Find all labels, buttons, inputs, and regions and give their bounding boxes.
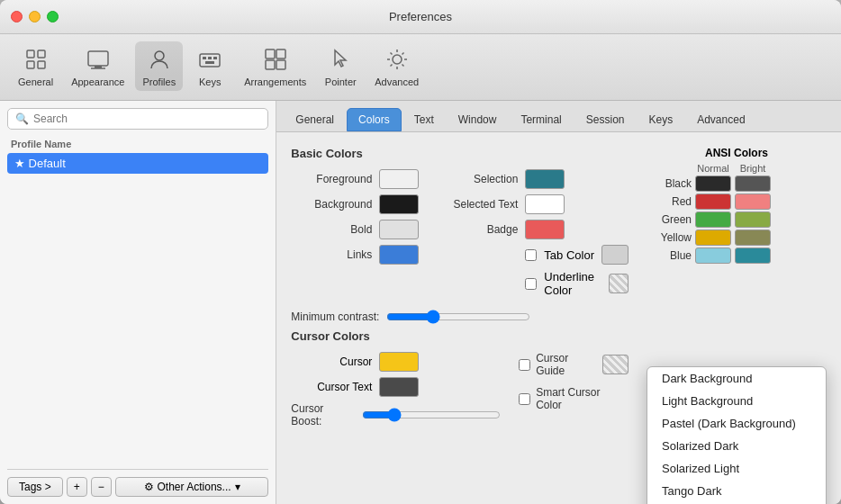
foreground-row: Foreground bbox=[291, 169, 419, 189]
underline-color-swatch[interactable] bbox=[609, 274, 628, 293]
cursor-boost-row: Cursor Boost: bbox=[291, 402, 501, 428]
general-label: General bbox=[18, 76, 53, 87]
ansi-red-row: Red bbox=[647, 194, 827, 210]
ansi-red-normal[interactable] bbox=[695, 194, 731, 210]
svg-rect-2 bbox=[27, 61, 34, 68]
dropdown-arrow-icon: ▾ bbox=[235, 481, 240, 493]
toolbar-pointer[interactable]: Pointer bbox=[317, 41, 364, 91]
svg-rect-8 bbox=[200, 54, 220, 67]
toolbar-profiles[interactable]: Profiles bbox=[135, 41, 183, 91]
tab-window[interactable]: Window bbox=[447, 108, 509, 131]
ansi-yellow-label: Yellow bbox=[647, 231, 692, 244]
keys-label: Keys bbox=[199, 76, 221, 87]
svg-rect-13 bbox=[266, 50, 275, 58]
preset-pastel-dark[interactable]: Pastel (Dark Background) bbox=[647, 412, 826, 435]
tab-colors[interactable]: Colors bbox=[347, 108, 402, 131]
ansi-green-row: Green bbox=[647, 212, 827, 228]
toolbar-appearance[interactable]: Appearance bbox=[64, 41, 131, 91]
ansi-title: ANSI Colors bbox=[647, 147, 827, 159]
cursor-text-swatch[interactable] bbox=[379, 377, 419, 397]
cursor-colors-title: Cursor Colors bbox=[291, 329, 628, 343]
badge-row: Badge bbox=[437, 220, 628, 239]
ansi-black-normal[interactable] bbox=[695, 176, 731, 192]
tab-color-swatch[interactable] bbox=[601, 245, 628, 265]
tab-color-checkbox[interactable] bbox=[525, 249, 537, 261]
preset-solarized-dark[interactable]: Solarized Dark bbox=[647, 435, 826, 457]
cursor-guide-checkbox[interactable] bbox=[519, 359, 530, 371]
arrangements-label: Arrangements bbox=[244, 76, 306, 87]
badge-swatch[interactable] bbox=[525, 220, 565, 239]
profile-list: ★ Default bbox=[7, 153, 268, 469]
toolbar-arrangements[interactable]: Arrangements bbox=[237, 41, 313, 91]
cursor-guide-swatch[interactable] bbox=[602, 355, 628, 374]
background-swatch[interactable] bbox=[379, 194, 419, 214]
svg-rect-0 bbox=[27, 50, 34, 58]
main-panel: General Colors Text Window Terminal Sess… bbox=[276, 101, 841, 504]
preset-light-background[interactable]: Light Background bbox=[647, 390, 826, 412]
basic-colors-grid: Foreground Background Bold bbox=[291, 169, 628, 297]
cursor-label: Cursor bbox=[291, 356, 372, 368]
ansi-blue-normal[interactable] bbox=[695, 248, 731, 264]
smart-cursor-checkbox[interactable] bbox=[519, 393, 530, 405]
remove-profile-button[interactable]: − bbox=[91, 477, 112, 497]
toolbar-advanced[interactable]: Advanced bbox=[367, 41, 426, 91]
ansi-black-row: Black bbox=[647, 176, 827, 192]
links-swatch[interactable] bbox=[379, 245, 419, 265]
svg-line-24 bbox=[402, 53, 403, 55]
minimum-contrast-slider[interactable] bbox=[386, 310, 530, 324]
cursor-text-row: Cursor Text bbox=[291, 377, 501, 397]
appearance-label: Appearance bbox=[71, 76, 124, 87]
window-title: Preferences bbox=[389, 10, 452, 23]
ansi-green-normal[interactable] bbox=[695, 212, 731, 228]
ansi-red-bright[interactable] bbox=[735, 194, 771, 210]
tab-general[interactable]: General bbox=[284, 108, 346, 131]
profile-item-default[interactable]: ★ Default bbox=[7, 153, 268, 174]
tab-terminal[interactable]: Terminal bbox=[509, 108, 573, 131]
foreground-swatch[interactable] bbox=[379, 169, 419, 189]
selection-swatch[interactable] bbox=[525, 169, 565, 189]
search-box[interactable]: 🔍 bbox=[7, 108, 268, 130]
maximize-button[interactable] bbox=[47, 11, 59, 22]
preset-tango-dark[interactable]: Tango Dark bbox=[647, 480, 826, 502]
ansi-yellow-bright[interactable] bbox=[735, 230, 771, 246]
ansi-green-bright[interactable] bbox=[735, 212, 771, 228]
cursor-right: Cursor Guide Smart Cursor Color bbox=[519, 352, 628, 433]
minimum-contrast-label: Minimum contrast: bbox=[291, 310, 379, 323]
ansi-normal-header: Normal bbox=[695, 163, 731, 174]
toolbar-keys[interactable]: Keys bbox=[186, 41, 233, 91]
add-profile-button[interactable]: + bbox=[67, 477, 87, 497]
selected-text-swatch[interactable] bbox=[525, 194, 565, 214]
selection-label: Selection bbox=[437, 173, 518, 185]
cursor-layout: Cursor Cursor Text Cursor Boost: bbox=[291, 352, 628, 433]
left-colors: Basic Colors Foreground Background bbox=[291, 147, 628, 433]
search-input[interactable] bbox=[33, 112, 260, 125]
ansi-yellow-normal[interactable] bbox=[695, 230, 731, 246]
bold-swatch[interactable] bbox=[379, 220, 419, 239]
close-button[interactable] bbox=[11, 11, 23, 22]
other-actions-button[interactable]: ⚙ Other Actions... ▾ bbox=[115, 477, 269, 497]
underline-color-checkbox[interactable] bbox=[525, 278, 537, 290]
tab-text[interactable]: Text bbox=[402, 108, 446, 131]
svg-point-17 bbox=[393, 55, 402, 64]
advanced-label: Advanced bbox=[375, 76, 419, 87]
keys-icon bbox=[195, 45, 224, 74]
toolbar-general[interactable]: General bbox=[11, 41, 60, 91]
cursor-boost-slider[interactable] bbox=[362, 408, 501, 422]
cursor-text-label: Cursor Text bbox=[291, 381, 372, 393]
minimize-button[interactable] bbox=[29, 11, 41, 22]
tab-advanced[interactable]: Advanced bbox=[685, 108, 756, 131]
underline-color-row: Underline Color bbox=[437, 270, 628, 297]
tab-session[interactable]: Session bbox=[574, 108, 637, 131]
tags-button[interactable]: Tags > bbox=[7, 477, 63, 497]
ansi-blue-label: Blue bbox=[647, 249, 692, 262]
ansi-blue-bright[interactable] bbox=[735, 248, 771, 264]
ansi-black-bright[interactable] bbox=[735, 176, 771, 192]
cursor-swatch[interactable] bbox=[379, 352, 419, 372]
preset-dark-background[interactable]: Dark Background bbox=[647, 367, 826, 390]
svg-line-23 bbox=[402, 65, 403, 67]
ansi-header: Normal Bright bbox=[647, 163, 827, 174]
tab-keys[interactable]: Keys bbox=[638, 108, 685, 131]
preset-solarized-light[interactable]: Solarized Light bbox=[647, 457, 826, 480]
pointer-label: Pointer bbox=[325, 76, 357, 87]
profiles-label: Profiles bbox=[142, 76, 176, 87]
